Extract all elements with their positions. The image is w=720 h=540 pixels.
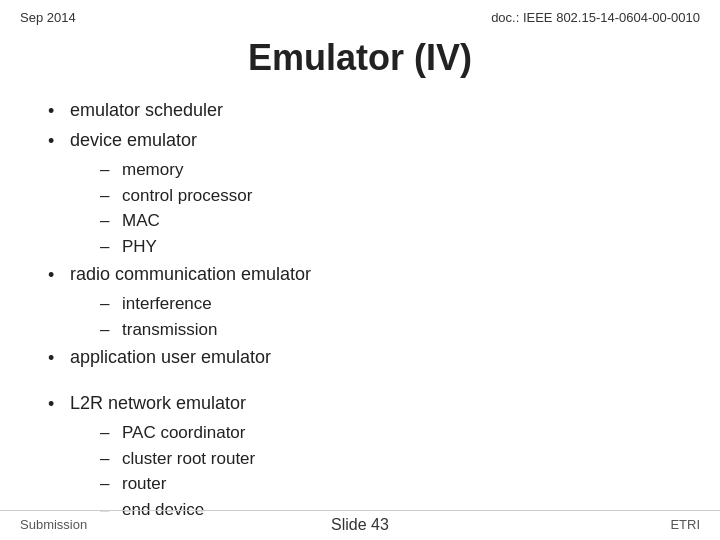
bullet-5-sublist: – PAC coordinator – cluster root router …	[100, 420, 672, 522]
footer-organization: ETRI	[670, 517, 700, 532]
sub-item-mac-text: MAC	[122, 208, 160, 234]
bullet-2-sublist: – memory – control processor – MAC – PHY	[100, 157, 672, 259]
bullet-5: • L2R network emulator	[48, 390, 672, 418]
sub-item-interference-text: interference	[122, 291, 212, 317]
slide-content: • emulator scheduler • device emulator –…	[0, 97, 720, 522]
footer-slide-number: Slide 43	[331, 516, 389, 534]
header-date: Sep 2014	[20, 10, 76, 25]
slide: Sep 2014 doc.: IEEE 802.15-14-0604-00-00…	[0, 0, 720, 540]
slide-footer: Submission Slide 43 ETRI	[0, 510, 720, 540]
sub-item-router: – router	[100, 471, 672, 497]
bullet-2: • device emulator	[48, 127, 672, 155]
sub-item-memory-text: memory	[122, 157, 183, 183]
slide-title: Emulator (IV)	[0, 37, 720, 79]
sub-item-cluster-root-router-text: cluster root router	[122, 446, 255, 472]
dash-icon: –	[100, 183, 122, 209]
bullet-icon-5: •	[48, 390, 70, 418]
bullet-4-text: application user emulator	[70, 344, 271, 371]
sub-item-transmission-text: transmission	[122, 317, 217, 343]
sub-item-pac: – PAC coordinator	[100, 420, 672, 446]
bullet-icon-2: •	[48, 127, 70, 155]
bullet-4: • application user emulator	[48, 344, 672, 372]
sub-item-cluster-root-router: – cluster root router	[100, 446, 672, 472]
header-doc: doc.: IEEE 802.15-14-0604-00-0010	[491, 10, 700, 25]
bullet-3-sublist: – interference – transmission	[100, 291, 672, 342]
bullet-3: • radio communication emulator	[48, 261, 672, 289]
footer-submission: Submission	[20, 517, 87, 532]
bullet-icon-1: •	[48, 97, 70, 125]
bullet-1-text: emulator scheduler	[70, 97, 223, 124]
dash-icon: –	[100, 157, 122, 183]
bullet-5-text: L2R network emulator	[70, 390, 246, 417]
section-gap	[48, 374, 672, 390]
sub-item-control-text: control processor	[122, 183, 252, 209]
bullet-icon-3: •	[48, 261, 70, 289]
dash-icon: –	[100, 234, 122, 260]
dash-icon: –	[100, 420, 122, 446]
sub-item-phy: – PHY	[100, 234, 672, 260]
dash-icon: –	[100, 446, 122, 472]
sub-item-mac: – MAC	[100, 208, 672, 234]
dash-icon: –	[100, 291, 122, 317]
sub-item-control: – control processor	[100, 183, 672, 209]
dash-icon: –	[100, 208, 122, 234]
slide-header: Sep 2014 doc.: IEEE 802.15-14-0604-00-00…	[0, 0, 720, 29]
bullet-2-text: device emulator	[70, 127, 197, 154]
sub-item-transmission: – transmission	[100, 317, 672, 343]
bullet-icon-4: •	[48, 344, 70, 372]
sub-item-pac-text: PAC coordinator	[122, 420, 245, 446]
dash-icon: –	[100, 317, 122, 343]
sub-item-phy-text: PHY	[122, 234, 157, 260]
bullet-3-text: radio communication emulator	[70, 261, 311, 288]
dash-icon: –	[100, 471, 122, 497]
sub-item-interference: – interference	[100, 291, 672, 317]
bullet-1: • emulator scheduler	[48, 97, 672, 125]
sub-item-memory: – memory	[100, 157, 672, 183]
sub-item-router-text: router	[122, 471, 166, 497]
